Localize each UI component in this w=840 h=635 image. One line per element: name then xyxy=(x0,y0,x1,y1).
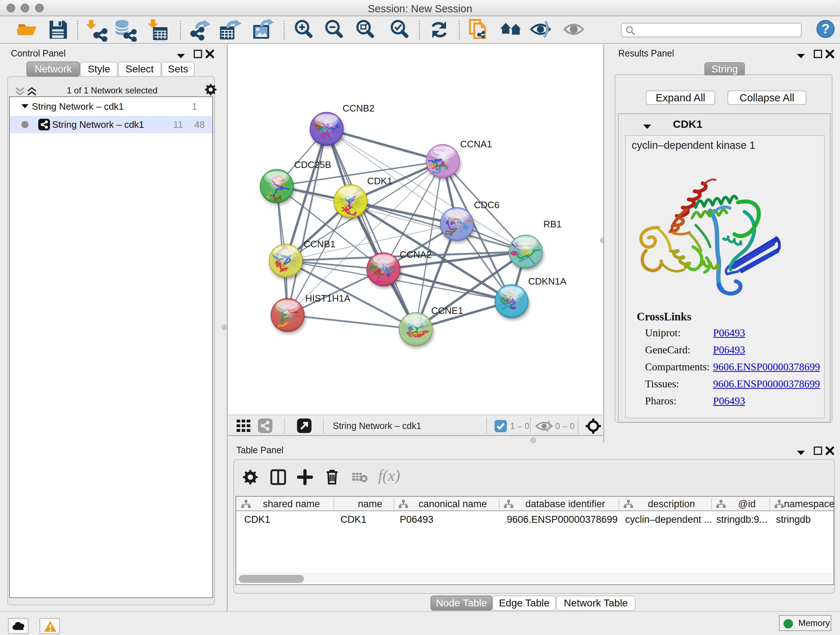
svg-text:CCNB1: CCNB1 xyxy=(303,239,335,249)
svg-text:?: ? xyxy=(821,21,829,36)
svg-text:CCNE1: CCNE1 xyxy=(431,305,463,316)
svg-text:CCNB2: CCNB2 xyxy=(343,103,374,114)
svg-text:RB1: RB1 xyxy=(543,219,562,230)
svg-text:CDKN1A: CDKN1A xyxy=(528,276,567,287)
svg-text:CCNA1: CCNA1 xyxy=(460,139,492,149)
svg-text:HIST1H1A: HIST1H1A xyxy=(305,293,351,304)
svg-text:CDC6: CDC6 xyxy=(474,200,500,211)
svg-text:CCNA2: CCNA2 xyxy=(400,249,431,260)
svg-text:CDK1: CDK1 xyxy=(367,176,392,187)
svg-text:CDC25B: CDC25B xyxy=(294,159,332,170)
